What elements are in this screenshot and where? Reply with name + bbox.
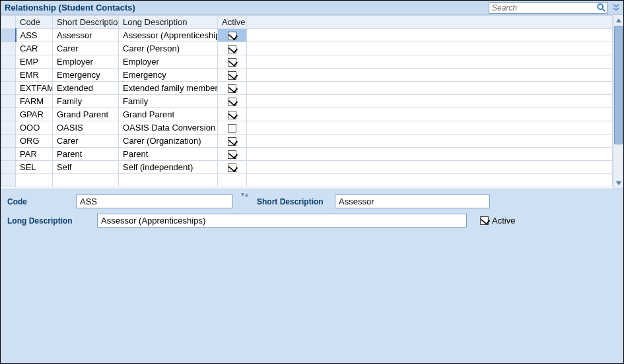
active-row-checkbox[interactable]	[228, 111, 236, 119]
cell-long[interactable]: Extended family member	[119, 82, 218, 95]
cell-code[interactable]: EMR	[16, 69, 53, 82]
row-selector[interactable]	[1, 55, 16, 69]
active-row-checkbox[interactable]	[228, 164, 236, 172]
cell-short[interactable]: OASIS	[53, 121, 119, 135]
search-input[interactable]	[489, 2, 607, 14]
active-row-checkbox[interactable]	[228, 32, 236, 40]
cell-active[interactable]	[218, 108, 247, 121]
cell-long[interactable]: Assessor (Apprenticeships)	[119, 29, 218, 42]
table-row[interactable]: PARParentParent	[1, 148, 613, 161]
cell-long[interactable]: Grand Parent	[119, 108, 218, 121]
cell-active[interactable]	[218, 135, 247, 148]
cell-active[interactable]	[218, 55, 247, 69]
cell-code[interactable]: CAR	[16, 42, 53, 55]
code-input[interactable]	[76, 195, 233, 208]
scroll-thumb[interactable]	[614, 26, 623, 144]
resize-handle-icon[interactable]: ▾▴	[238, 191, 252, 198]
row-selector[interactable]	[1, 174, 16, 187]
cell-code[interactable]: EMP	[16, 55, 53, 69]
cell-short[interactable]: Parent	[53, 148, 119, 161]
cell-active[interactable]	[218, 174, 247, 187]
cell-short[interactable]: Extended	[53, 82, 119, 95]
scroll-down-icon[interactable]	[613, 178, 623, 189]
cell-active[interactable]	[218, 121, 247, 135]
cell-long[interactable]: Carer (Organization)	[119, 135, 218, 148]
col-header-code[interactable]: Code	[16, 16, 53, 29]
cell-short[interactable]: Family	[53, 95, 119, 108]
table-row[interactable]: GPARGrand ParentGrand Parent	[1, 108, 613, 121]
cell-short[interactable]: Emergency	[53, 69, 119, 82]
cell-long[interactable]: Employer	[119, 55, 218, 69]
col-header-short[interactable]: Short Description	[53, 16, 119, 29]
active-checkbox[interactable]	[480, 216, 489, 225]
table-row[interactable]: FARMFamilyFamily	[1, 95, 613, 108]
cell-long[interactable]: Carer (Person)	[119, 42, 218, 55]
collapse-icon[interactable]	[611, 3, 621, 13]
row-selector[interactable]	[1, 82, 16, 95]
active-row-checkbox[interactable]	[228, 98, 236, 106]
cell-short[interactable]: Carer	[53, 135, 119, 148]
table-row[interactable]: CARCarerCarer (Person)	[1, 42, 613, 55]
cell-code[interactable]: ORG	[16, 135, 53, 148]
row-selector[interactable]	[1, 95, 16, 108]
cell-long[interactable]: Self (independent)	[119, 161, 218, 174]
cell-long[interactable]	[119, 174, 218, 187]
cell-short[interactable]	[53, 174, 119, 187]
table-row[interactable]: SELSelfSelf (independent)	[1, 161, 613, 174]
row-selector[interactable]	[1, 135, 16, 148]
col-header-long[interactable]: Long Description	[119, 16, 218, 29]
search-box[interactable]	[489, 2, 607, 14]
active-row-checkbox[interactable]	[228, 71, 236, 80]
active-row-checkbox[interactable]	[228, 150, 236, 159]
row-selector[interactable]	[1, 108, 16, 121]
row-selector[interactable]	[1, 42, 16, 55]
cell-code[interactable]: SEL	[16, 161, 53, 174]
cell-code[interactable]: ASS	[16, 29, 53, 42]
long-description-input[interactable]	[97, 214, 467, 228]
row-selector[interactable]	[1, 29, 16, 42]
cell-short[interactable]: Self	[53, 161, 119, 174]
table-row[interactable]: OOOOASISOASIS Data Conversion	[1, 121, 613, 135]
cell-short[interactable]: Grand Parent	[53, 108, 119, 121]
active-row-checkbox[interactable]	[228, 45, 236, 53]
scroll-up-icon[interactable]	[613, 15, 623, 26]
cell-code[interactable]: EXTFAM	[16, 82, 53, 95]
cell-code[interactable]: PAR	[16, 148, 53, 161]
cell-active[interactable]	[218, 95, 247, 108]
cell-long[interactable]: Emergency	[119, 69, 218, 82]
short-description-input[interactable]	[335, 195, 490, 208]
cell-code[interactable]: OOO	[16, 121, 53, 135]
cell-short[interactable]: Carer	[53, 42, 119, 55]
row-selector[interactable]	[1, 161, 16, 174]
cell-long[interactable]: OASIS Data Conversion	[119, 121, 218, 135]
col-header-active[interactable]: Active	[218, 16, 247, 29]
active-row-checkbox[interactable]	[228, 137, 236, 146]
cell-code[interactable]	[16, 174, 53, 187]
cell-active[interactable]	[218, 82, 247, 95]
vertical-scrollbar[interactable]	[613, 15, 623, 189]
table-row[interactable]: EMPEmployerEmployer	[1, 55, 613, 69]
active-row-checkbox[interactable]	[228, 58, 236, 67]
active-row-checkbox[interactable]	[228, 84, 236, 93]
cell-long[interactable]: Family	[119, 95, 218, 108]
table-row[interactable]: ASSAssessorAssessor (Apprenticeships)	[1, 29, 613, 42]
table-row[interactable]: ORGCarerCarer (Organization)	[1, 135, 613, 148]
row-selector[interactable]	[1, 121, 16, 135]
cell-short[interactable]: Assessor	[53, 29, 119, 42]
active-row-checkbox[interactable]	[228, 124, 236, 133]
table-row[interactable]: EXTFAMExtendedExtended family member	[1, 82, 613, 95]
cell-long[interactable]: Parent	[119, 148, 218, 161]
table-row[interactable]: EMREmergencyEmergency	[1, 69, 613, 82]
cell-active[interactable]	[218, 29, 247, 42]
table-row[interactable]	[1, 174, 613, 187]
cell-active[interactable]	[218, 69, 247, 82]
row-selector[interactable]	[1, 148, 16, 161]
row-selector[interactable]	[1, 69, 16, 82]
cell-code[interactable]: GPAR	[16, 108, 53, 121]
cell-active[interactable]	[218, 42, 247, 55]
data-grid[interactable]: Code Short Description Long Description …	[1, 15, 613, 187]
cell-short[interactable]: Employer	[53, 55, 119, 69]
cell-code[interactable]: FARM	[16, 95, 53, 108]
cell-active[interactable]	[218, 148, 247, 161]
cell-active[interactable]	[218, 161, 247, 174]
